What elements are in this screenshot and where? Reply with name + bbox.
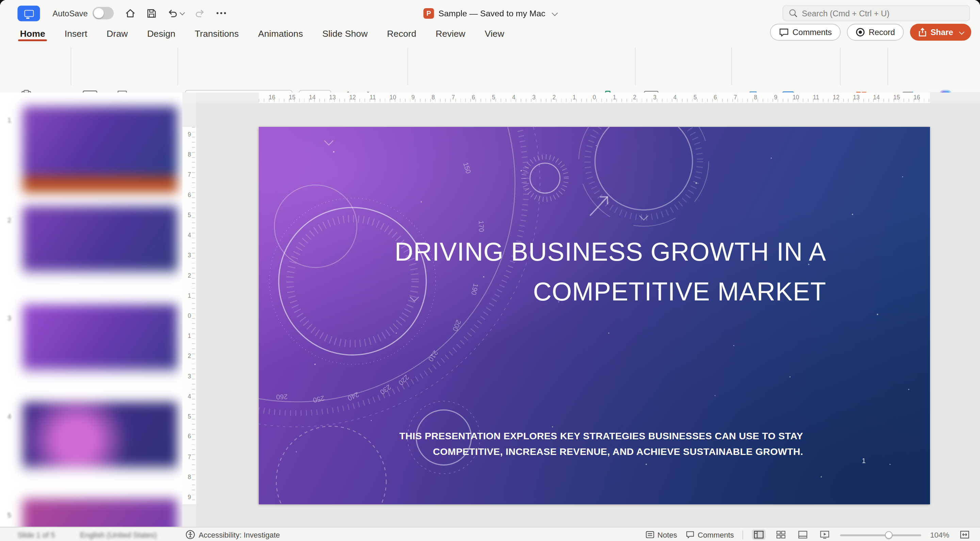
ruler-corner (182, 92, 197, 104)
tab-animations[interactable]: Animations (258, 29, 303, 38)
comments-panel-button[interactable]: Comments (686, 530, 733, 539)
ruler-number: 9 (411, 94, 415, 100)
ruler-number: 5 (188, 413, 191, 420)
slide-editor[interactable]: 150170190200210220230240250260 DRIVING B… (259, 127, 930, 504)
slide-thumbnail-3[interactable] (22, 304, 178, 374)
slideshow-button[interactable] (818, 530, 832, 540)
thumbnail-number: 1 (8, 116, 11, 124)
zoom-knob[interactable] (885, 531, 892, 538)
ruler-number: 1 (188, 333, 191, 339)
slide-title-line: DRIVING BUSINESS GROWTH IN A (314, 232, 826, 272)
undo-menu-chevron-icon[interactable] (180, 10, 185, 15)
svg-text:220: 220 (397, 373, 411, 387)
svg-text:210: 210 (427, 349, 439, 363)
document-title-area[interactable]: P Sample — Saved to my Mac (423, 0, 556, 26)
slide-sorter-icon (776, 530, 786, 539)
tab-view[interactable]: View (485, 29, 504, 38)
undo-icon[interactable] (168, 6, 184, 21)
home-icon[interactable] (125, 6, 136, 21)
vertical-ruler: 9876543210123456789 (182, 103, 197, 527)
share-button[interactable]: Share (910, 24, 971, 41)
ruler-number: 11 (369, 94, 375, 100)
svg-text:150: 150 (462, 161, 472, 175)
ruler-number: 8 (431, 94, 435, 100)
ruler-number: 10 (792, 94, 799, 100)
zoom-percentage[interactable]: 104% (930, 530, 950, 539)
ruler-number: 6 (188, 433, 191, 440)
ruler-number: 7 (188, 171, 191, 178)
ruler-number: 3 (188, 252, 191, 259)
normal-view-button[interactable] (752, 530, 765, 540)
ruler-number: 3 (653, 94, 657, 100)
notes-button[interactable]: Notes (646, 530, 677, 539)
horizontal-ruler: 1615141312111098765432101234567891011121… (196, 92, 980, 103)
accessibility-status[interactable]: Accessibility: Investigate (185, 530, 280, 539)
thumbnail-number: 3 (8, 314, 11, 322)
ruler-number: 14 (309, 94, 315, 100)
autosave-toggle[interactable] (93, 7, 114, 19)
save-icon[interactable] (147, 6, 156, 21)
tab-transitions[interactable]: Transitions (195, 29, 239, 38)
ruler-number: 9 (188, 130, 191, 137)
search-placeholder: Search (Cmd + Ctrl + U) (802, 8, 889, 18)
slide-thumbnail-4[interactable] (22, 402, 178, 472)
share-icon (918, 27, 927, 37)
record-label: Record (869, 27, 895, 37)
record-button[interactable]: Record (847, 24, 904, 41)
document-title: Sample — Saved to my Mac (438, 8, 545, 18)
redo-icon[interactable] (195, 6, 205, 21)
share-chevron-icon (959, 29, 964, 35)
ruler-number: 2 (552, 94, 556, 100)
accessibility-label: Accessibility: Investigate (199, 530, 280, 539)
accessibility-icon (185, 530, 195, 539)
powerpoint-file-icon: P (423, 8, 434, 18)
slide-body-line: COMPETITIVE, INCREASE REVENUE, AND ACHIE… (353, 444, 803, 459)
tab-home[interactable]: Home (20, 29, 45, 38)
tab-slide-show[interactable]: Slide Show (322, 29, 368, 38)
ruler-number: 6 (188, 191, 191, 198)
slide-body-text[interactable]: THIS PRESENTATION EXPLORES KEY STRATEGIE… (353, 428, 803, 459)
more-commands-icon[interactable] (216, 6, 226, 21)
search-box[interactable]: Search (Cmd + Ctrl + U) (783, 5, 970, 21)
language-indicator[interactable]: English (United States) (80, 530, 156, 539)
tab-insert[interactable]: Insert (65, 29, 88, 38)
comments-button[interactable]: Comments (770, 24, 840, 41)
tab-draw[interactable]: Draw (107, 29, 127, 38)
tab-record[interactable]: Record (387, 29, 416, 38)
ruler-number: 15 (893, 94, 900, 100)
notes-label: Notes (657, 530, 677, 539)
ruler-number: 4 (188, 232, 191, 239)
tab-review[interactable]: Review (436, 29, 465, 38)
slide-thumbnail-5[interactable] (22, 499, 178, 527)
ruler-number: 4 (512, 94, 515, 100)
ruler-number: 4 (188, 393, 191, 399)
comment-icon (686, 530, 695, 539)
ruler-number: 12 (833, 94, 840, 100)
vertical-ruler-scale: 9876543210123456789 (182, 127, 196, 504)
ruler-number: 13 (329, 94, 336, 100)
thumbnail-decoration (22, 176, 178, 193)
ruler-number: 16 (913, 94, 920, 100)
slide-title[interactable]: DRIVING BUSINESS GROWTH IN ACOMPETITIVE … (314, 232, 826, 312)
svg-text:170: 170 (477, 221, 485, 232)
slide-thumbnail-1[interactable] (22, 106, 178, 176)
reading-view-button[interactable] (797, 530, 810, 540)
ruler-number: 3 (532, 94, 536, 100)
ruler-number: 13 (853, 94, 859, 100)
thumbnail-number: 5 (8, 511, 11, 519)
ruler-number: 8 (754, 94, 757, 100)
fit-to-window-button[interactable] (958, 530, 972, 540)
ruler-number: 5 (188, 211, 191, 218)
zoom-track (840, 534, 921, 536)
screen-share-badge[interactable] (18, 5, 40, 21)
zoom-slider[interactable] (840, 530, 921, 539)
reading-view-icon (798, 530, 808, 539)
slide-thumbnail-2[interactable] (22, 206, 178, 276)
slide-sorter-view-button[interactable] (775, 530, 788, 540)
toggle-knob (94, 8, 104, 18)
ruler-number: 2 (633, 94, 636, 100)
ruler-number: 6 (472, 94, 476, 100)
tab-design[interactable]: Design (147, 29, 175, 38)
ruler-number: 1 (188, 292, 191, 299)
thumbnail-number: 4 (8, 412, 11, 420)
